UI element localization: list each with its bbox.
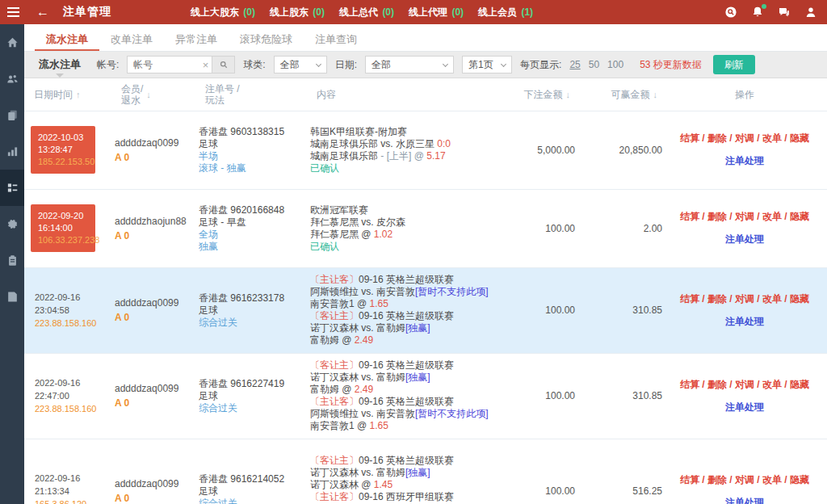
page-select[interactable]: 第1页: [462, 56, 512, 74]
clear-x-icon[interactable]: ×: [203, 60, 209, 70]
play-type-link[interactable]: 综合过关: [199, 498, 237, 504]
topnav-count: (1): [521, 6, 533, 18]
sidebar-item-members[interactable]: [0, 61, 24, 97]
action-hide[interactable]: 隐藏: [790, 132, 809, 144]
hamburger-menu-icon[interactable]: [7, 5, 19, 19]
sort-asc-icon[interactable]: ↑: [76, 90, 81, 99]
clipboard-icon: [6, 254, 19, 267]
action-modify[interactable]: 改单: [762, 474, 782, 485]
refresh-button[interactable]: 刷新: [713, 55, 755, 74]
sport-select[interactable]: 全部: [274, 56, 327, 74]
user-profile-icon[interactable]: [804, 6, 817, 19]
per-page-option[interactable]: 100: [607, 59, 623, 70]
sidebar-item-orders[interactable]: [0, 170, 24, 206]
action-swap[interactable]: 对调: [735, 132, 754, 144]
topnav-link[interactable]: 线上会员 (1): [478, 6, 533, 19]
search-icon[interactable]: [724, 6, 737, 19]
per-page-option[interactable]: 50: [589, 59, 599, 70]
sort-desc-icon[interactable]: ↓: [653, 90, 658, 99]
notifications-bell-icon[interactable]: [751, 6, 764, 19]
tab-item[interactable]: 滚球危险球: [229, 24, 304, 51]
action-hide[interactable]: 隐藏: [790, 474, 809, 485]
tab-bar: 流水注单改单注单异常注单滚球危险球注单查询: [24, 24, 827, 52]
action-hide[interactable]: 隐藏: [790, 211, 809, 222]
messages-icon[interactable]: [778, 6, 791, 19]
tab-item[interactable]: 异常注单: [164, 24, 229, 51]
text-segment: 城南足球俱乐部 vs. 水原三星: [310, 138, 437, 149]
tab-item[interactable]: 改单注单: [99, 24, 164, 51]
bet-info-line: 香港盘 9616214052: [199, 473, 310, 485]
gear-icon: [6, 218, 19, 230]
action-modify[interactable]: 改单: [762, 293, 782, 304]
note-icon: [6, 291, 19, 303]
content-line: 南安普敦1 @ 1.65: [310, 420, 512, 432]
action-settle[interactable]: 结算: [680, 211, 699, 222]
filter-bar: 流水注单 帐号: × 球类: 全部 日期: 全部 第1页 每页显示: 25501…: [24, 52, 827, 78]
topnav-link[interactable]: 线上大股东 (0): [191, 6, 255, 19]
play-type-link[interactable]: 全场: [199, 229, 218, 240]
action-settle[interactable]: 结算: [680, 293, 699, 304]
sort-desc-icon[interactable]: ↓: [146, 90, 151, 99]
tab-item[interactable]: 流水注单: [35, 24, 99, 51]
action-delete[interactable]: 删除: [707, 379, 727, 390]
cell-datetime: 2022-09-1623:04:58223.88.158.160: [24, 267, 115, 353]
sidebar-item-settings[interactable]: [0, 206, 24, 242]
action-settle[interactable]: 结算: [680, 379, 699, 390]
action-separator: /: [699, 379, 707, 390]
action-delete[interactable]: 删除: [707, 474, 727, 485]
sidebar-item-documents[interactable]: [0, 97, 24, 133]
sidebar-item-clipboard[interactable]: [0, 242, 24, 279]
account-name: addddzaq0099: [115, 383, 199, 395]
sidebar-item-statistics[interactable]: [0, 133, 24, 170]
action-process-order[interactable]: 注单处理: [725, 233, 764, 245]
text-segment: 拜仁慕尼黑 vs. 皮尔森: [310, 216, 405, 228]
action-swap[interactable]: 对调: [735, 293, 754, 304]
table-row: 2022-09-1621:13:34165.3.86.120addddzaq00…: [24, 439, 827, 504]
account-input[interactable]: [127, 56, 212, 74]
cell-win-amount: 310.85: [575, 267, 662, 353]
sort-desc-icon[interactable]: ↓: [566, 90, 571, 99]
action-hide[interactable]: 隐藏: [790, 379, 809, 390]
content-line: 诺丁汉森林 vs. 富勒姆[独赢]: [310, 322, 512, 334]
action-swap[interactable]: 对调: [735, 379, 754, 390]
play-type-link[interactable]: 滚球 - 独赢: [199, 162, 246, 174]
play-type-link[interactable]: 独赢: [199, 241, 218, 252]
play-type-link[interactable]: 综合过关: [199, 317, 237, 328]
per-page-option[interactable]: 25: [569, 59, 580, 70]
action-swap[interactable]: 对调: [735, 211, 754, 222]
action-hide[interactable]: 隐藏: [790, 293, 809, 304]
cell-member: addddzaq0099A 0: [115, 439, 199, 504]
topnav-link[interactable]: 线上代理 (0): [409, 6, 464, 19]
action-settle[interactable]: 结算: [680, 132, 699, 144]
text-segment: 09-16 英格兰超级联赛: [359, 274, 454, 285]
back-arrow-icon[interactable]: ←: [36, 6, 49, 19]
topnav: 线上大股东 (0)线上股东 (0)线上总代 (0)线上代理 (0)线上会员 (1…: [191, 6, 533, 19]
action-delete[interactable]: 删除: [707, 132, 727, 144]
action-process-order[interactable]: 注单处理: [725, 401, 764, 413]
action-process-wrap: 注单处理: [662, 154, 827, 168]
action-process-order[interactable]: 注单处理: [725, 316, 764, 327]
sidebar-item-logs[interactable]: [0, 279, 24, 315]
action-process-order[interactable]: 注单处理: [725, 497, 764, 504]
search-button[interactable]: [212, 56, 235, 74]
action-swap[interactable]: 对调: [735, 474, 754, 485]
text-segment: 足球: [199, 138, 218, 149]
date-select[interactable]: 全部: [365, 56, 454, 74]
topnav-link[interactable]: 线上股东 (0): [270, 6, 325, 19]
topnav-link[interactable]: 线上总代 (0): [339, 6, 394, 19]
action-delete[interactable]: 删除: [707, 293, 727, 304]
action-process-order[interactable]: 注单处理: [725, 155, 764, 166]
action-modify[interactable]: 改单: [762, 379, 782, 390]
text-segment: 1.02: [374, 229, 393, 240]
sidebar-item-home[interactable]: [0, 24, 24, 61]
action-modify[interactable]: 改单: [762, 211, 782, 222]
action-delete[interactable]: 删除: [707, 211, 727, 222]
text-segment: 富勒姆 @: [310, 384, 355, 395]
play-type-link[interactable]: 半场: [199, 150, 218, 162]
topnav-label: 线上会员: [478, 6, 517, 18]
tab-item[interactable]: 注单查询: [304, 24, 368, 51]
action-modify[interactable]: 改单: [762, 132, 782, 144]
bet-info-line: 香港盘 9603138315: [199, 126, 310, 138]
play-type-link[interactable]: 综合过关: [199, 402, 237, 414]
action-settle[interactable]: 结算: [680, 474, 699, 485]
